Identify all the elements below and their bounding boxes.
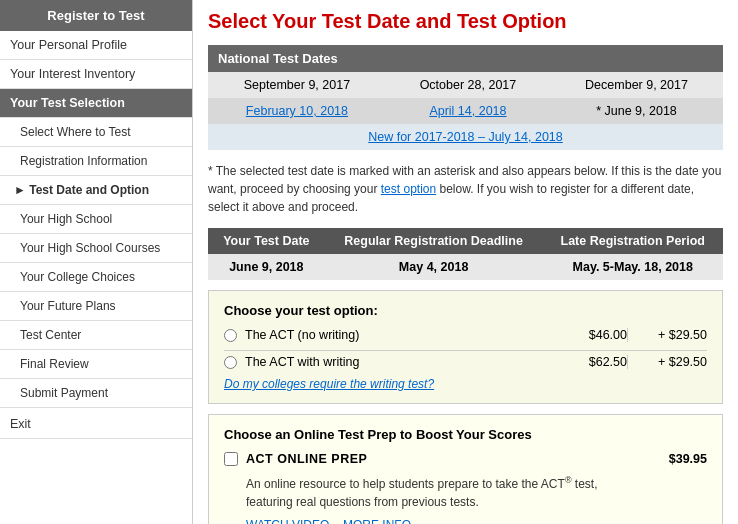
sidebar: Register to Test Your Personal Profile Y… [0, 0, 193, 524]
national-test-dates-table: National Test Dates September 9, 2017 Oc… [208, 45, 723, 150]
registered-trademark: ® [565, 475, 572, 485]
col-late-period: Late Registration Period [543, 228, 724, 254]
main-content: Select Your Test Date and Test Option Na… [193, 0, 738, 524]
new-date-row[interactable]: New for 2017-2018 – July 14, 2018 [208, 124, 723, 150]
sidebar-item-future-plans[interactable]: Your Future Plans [0, 292, 192, 321]
sidebar-item-final-review[interactable]: Final Review [0, 350, 192, 379]
date-jun-2018[interactable]: * June 9, 2018 [550, 98, 723, 124]
option-no-writing-price: $46.00 [547, 328, 627, 342]
sidebar-item-college-choices[interactable]: Your College Choices [0, 263, 192, 292]
page-title: Select Your Test Date and Test Option [208, 10, 723, 33]
date-sep-2017[interactable]: September 9, 2017 [208, 72, 386, 98]
option-with-writing-radio[interactable] [224, 356, 237, 369]
sidebar-item-high-school-courses[interactable]: Your High School Courses [0, 234, 192, 263]
prep-desc-text3: featuring real questions from previous t… [246, 495, 479, 509]
date-dec-2017[interactable]: December 9, 2017 [550, 72, 723, 98]
sidebar-item-select-where[interactable]: Select Where to Test [0, 118, 192, 147]
test-option-link[interactable]: test option [381, 182, 436, 196]
option-with-writing-label: The ACT with writing [245, 355, 547, 369]
sidebar-item-test-date-label: Test Date and Option [29, 183, 149, 197]
prep-desc-text2: test, [572, 477, 598, 491]
date-oct-2017[interactable]: October 28, 2017 [386, 72, 550, 98]
sidebar-item-exit[interactable]: Exit [0, 410, 192, 439]
sidebar-item-interest-inventory[interactable]: Your Interest Inventory [0, 60, 192, 89]
date-apr-2018[interactable]: April 14, 2018 [386, 98, 550, 124]
date-feb-2018[interactable]: February 10, 2018 [208, 98, 386, 124]
watch-video-link[interactable]: WATCH VIDEO [246, 518, 329, 524]
selected-date-table: Your Test Date Regular Registration Dead… [208, 228, 723, 280]
option-divider [224, 350, 707, 351]
sidebar-item-high-school[interactable]: Your High School [0, 205, 192, 234]
option-with-writing-extra: + $29.50 [627, 355, 707, 369]
prep-links: WATCH VIDEO MORE INFO [246, 517, 707, 524]
prep-item-label: ACT ONLINE PREP [246, 452, 669, 466]
option-with-writing-row: The ACT with writing $62.50 + $29.50 [224, 355, 707, 369]
info-text: * The selected test date is marked with … [208, 162, 723, 216]
prep-box-title: Choose an Online Test Prep to Boost Your… [224, 427, 707, 442]
sidebar-header: Register to Test [0, 0, 192, 31]
national-dates-header: National Test Dates [208, 45, 723, 72]
sidebar-item-personal-profile[interactable]: Your Personal Profile [0, 31, 192, 60]
late-period-value: May. 5-May. 18, 2018 [543, 254, 724, 280]
sidebar-item-test-date-option[interactable]: ► Test Date and Option [0, 176, 192, 205]
prep-checkbox[interactable] [224, 452, 238, 466]
option-no-writing-radio[interactable] [224, 329, 237, 342]
prep-desc-text1: An online resource to help students prep… [246, 477, 565, 491]
sidebar-item-submit-payment[interactable]: Submit Payment [0, 379, 192, 408]
sidebar-item-test-center[interactable]: Test Center [0, 321, 192, 350]
selected-date-value: June 9, 2018 [208, 254, 325, 280]
prep-item-price: $39.95 [669, 452, 707, 466]
date-apr-2018-link[interactable]: April 14, 2018 [429, 104, 506, 118]
choose-option-title: Choose your test option: [224, 303, 707, 318]
regular-deadline-value: May 4, 2018 [325, 254, 543, 280]
arrow-icon: ► [14, 183, 29, 197]
date-feb-2018-link[interactable]: February 10, 2018 [246, 104, 348, 118]
col-your-test-date: Your Test Date [208, 228, 325, 254]
more-info-link[interactable]: MORE INFO [343, 518, 411, 524]
sidebar-item-test-selection[interactable]: Your Test Selection [0, 89, 192, 118]
option-no-writing-label: The ACT (no writing) [245, 328, 547, 342]
online-prep-box: Choose an Online Test Prep to Boost Your… [208, 414, 723, 524]
new-date-link[interactable]: New for 2017-2018 – July 14, 2018 [368, 130, 563, 144]
prep-item-row: ACT ONLINE PREP $39.95 [224, 452, 707, 466]
col-regular-deadline: Regular Registration Deadline [325, 228, 543, 254]
option-no-writing-extra: + $29.50 [627, 328, 707, 342]
option-with-writing-price: $62.50 [547, 355, 627, 369]
choose-test-option-box: Choose your test option: The ACT (no wri… [208, 290, 723, 404]
do-colleges-link[interactable]: Do my colleges require the writing test? [224, 377, 707, 391]
option-no-writing-row: The ACT (no writing) $46.00 + $29.50 [224, 328, 707, 342]
sidebar-item-registration-info[interactable]: Registration Information [0, 147, 192, 176]
prep-description: An online resource to help students prep… [246, 474, 707, 511]
